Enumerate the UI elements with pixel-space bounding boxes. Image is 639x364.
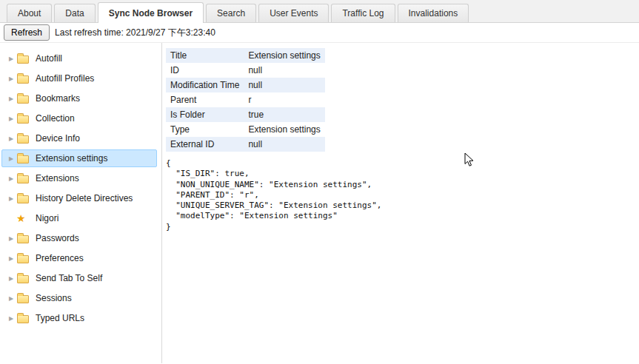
expand-arrow-icon[interactable]: ▶ [5, 315, 17, 322]
folder-icon [17, 114, 32, 124]
tab-search[interactable]: Search [206, 4, 256, 22]
tree-item-sessions[interactable]: ▶Sessions [1, 289, 157, 307]
tab-sync-node-browser[interactable]: Sync Node Browser [98, 2, 204, 23]
folder-icon [17, 154, 32, 164]
expand-arrow-icon[interactable]: ▶ [5, 295, 17, 302]
detail-row-modification-time: Modification Timenull [166, 78, 325, 92]
expand-arrow-icon[interactable]: ▶ [5, 135, 17, 142]
detail-row-parent: Parentr [166, 92, 325, 107]
folder-icon [17, 54, 32, 64]
tree-item-label: Passwords [36, 233, 79, 243]
expand-arrow-icon[interactable]: ▶ [5, 195, 17, 202]
detail-label: Modification Time [166, 78, 244, 92]
node-json: { "IS_DIR": true, "NON_UNIQUE_NAME": "Ex… [166, 158, 639, 232]
tab-bar: AboutDataSync Node BrowserSearchUser Eve… [0, 0, 639, 23]
tree-item-extension-settings[interactable]: ▶Extension settings [1, 149, 157, 167]
tree-item-passwords[interactable]: ▶Passwords [1, 229, 157, 247]
tree-item-send-tab-to-self[interactable]: ▶Send Tab To Self [1, 269, 157, 287]
detail-value: Extension settings [244, 122, 325, 137]
star-icon: ★ [17, 213, 32, 223]
tree-item-label: Typed URLs [36, 313, 84, 323]
tree-item-label: History Delete Directives [36, 193, 133, 203]
tree-item-device-info[interactable]: ▶Device Info [1, 129, 157, 147]
folder-icon [17, 254, 32, 263]
detail-label: Title [166, 48, 244, 63]
tree-item-autofill-profiles[interactable]: ▶Autofill Profiles [1, 70, 157, 87]
detail-row-is-folder: Is Foldertrue [166, 107, 325, 122]
last-refresh-time: Last refresh time: 2021/9/27 下午3:23:40 [55, 27, 215, 39]
folder-icon [17, 134, 32, 144]
folder-icon [17, 194, 32, 203]
tab-data[interactable]: Data [54, 4, 95, 22]
tree-item-label: Collection [36, 113, 75, 124]
detail-label: ID [166, 63, 244, 78]
tree-item-label: Extensions [36, 173, 79, 183]
tree-item-label: Autofill Profiles [36, 73, 94, 84]
folder-icon [17, 74, 32, 84]
detail-label: Is Folder [166, 107, 244, 122]
detail-row-external-id: External IDnull [166, 137, 325, 152]
tree-item-nigori[interactable]: ★Nigori [1, 209, 157, 227]
detail-label: Parent [166, 92, 244, 107]
detail-row-type: TypeExtension settings [166, 122, 325, 137]
detail-label: External ID [166, 137, 244, 152]
main-split: ▶Autofill▶Autofill Profiles▶Bookmarks▶Co… [0, 43, 639, 363]
detail-table: TitleExtension settingsIDnullModificatio… [166, 48, 325, 152]
mouse-cursor [464, 152, 475, 167]
tree-panel: ▶Autofill▶Autofill Profiles▶Bookmarks▶Co… [0, 43, 162, 363]
detail-label: Type [166, 122, 244, 137]
expand-arrow-icon[interactable]: ▶ [5, 95, 17, 102]
folder-icon [17, 174, 32, 183]
tree-item-preferences[interactable]: ▶Preferences [1, 249, 157, 267]
tree-item-typed-urls[interactable]: ▶Typed URLs [1, 309, 157, 327]
tree-item-label: Bookmarks [36, 93, 80, 104]
expand-arrow-icon[interactable]: ▶ [5, 175, 17, 182]
tree-item-label: Send Tab To Self [36, 273, 102, 283]
tree-item-bookmarks[interactable]: ▶Bookmarks [1, 90, 157, 107]
folder-icon [17, 314, 32, 323]
expand-arrow-icon[interactable]: ▶ [5, 75, 17, 82]
detail-value: null [244, 63, 325, 78]
detail-table-body: TitleExtension settingsIDnullModificatio… [166, 48, 325, 152]
folder-icon [17, 234, 32, 243]
sync-internals-page: { "tabs": [ { "label": "About", "active"… [0, 0, 639, 364]
tab-invalidations[interactable]: Invalidations [398, 4, 469, 22]
tree-item-history-delete-directives[interactable]: ▶History Delete Directives [1, 189, 157, 207]
tree-item-label: Sessions [36, 293, 72, 303]
expand-arrow-icon[interactable]: ▶ [5, 155, 17, 162]
toolbar: Refresh Last refresh time: 2021/9/27 下午3… [0, 23, 639, 43]
expand-arrow-icon[interactable]: ▶ [5, 235, 17, 242]
folder-icon [17, 294, 32, 303]
detail-row-title: TitleExtension settings [166, 48, 325, 63]
tab-user-events[interactable]: User Events [258, 4, 329, 22]
tree-item-label: Autofill [36, 53, 62, 64]
detail-value: Extension settings [244, 48, 325, 63]
tree-item-autofill[interactable]: ▶Autofill [1, 50, 157, 67]
tree-item-label: Extension settings [36, 153, 107, 164]
detail-row-id: IDnull [166, 63, 325, 78]
refresh-button[interactable]: Refresh [4, 24, 50, 41]
folder-icon [17, 94, 32, 104]
tab-traffic-log[interactable]: Traffic Log [331, 4, 395, 22]
detail-value: null [244, 78, 325, 92]
expand-arrow-icon[interactable]: ▶ [5, 275, 17, 282]
tree-item-label: Nigori [36, 213, 58, 223]
tree-item-collection[interactable]: ▶Collection [1, 109, 157, 127]
expand-arrow-icon[interactable]: ▶ [5, 115, 17, 122]
tree-item-label: Preferences [36, 253, 84, 263]
detail-value: null [244, 137, 325, 152]
detail-value: true [244, 107, 325, 122]
detail-value: r [244, 92, 325, 107]
tree-item-label: Device Info [36, 133, 80, 144]
expand-arrow-icon[interactable]: ▶ [5, 255, 17, 262]
expand-arrow-icon[interactable]: ▶ [5, 55, 17, 62]
tab-about[interactable]: About [7, 4, 52, 22]
folder-icon [17, 274, 32, 283]
tree-item-extensions[interactable]: ▶Extensions [1, 169, 157, 187]
detail-panel: TitleExtension settingsIDnullModificatio… [162, 43, 639, 363]
